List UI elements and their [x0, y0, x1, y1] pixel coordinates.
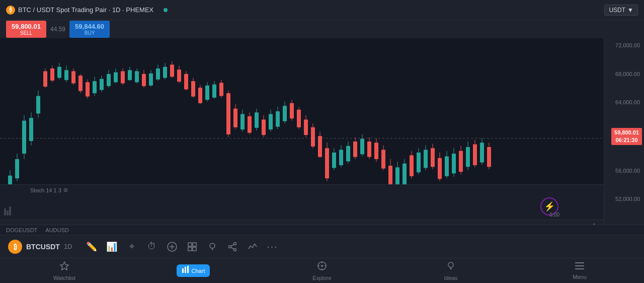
svg-rect-68 [233, 109, 237, 127]
chart-nav-icon [182, 265, 190, 276]
svg-rect-36 [121, 71, 125, 83]
price-axis: 72,000.00 68,000.00 64,000.00 59,800.01 … [604, 38, 644, 235]
svg-rect-30 [100, 79, 104, 90]
svg-rect-48 [163, 67, 167, 78]
ticker-audusd[interactable]: AUDUSD [45, 227, 68, 233]
svg-rect-12 [36, 96, 40, 114]
svg-rect-52 [177, 69, 181, 82]
svg-rect-10 [29, 118, 33, 141]
svg-rect-149 [193, 243, 196, 246]
chart-area[interactable]: 72,000.00 68,000.00 64,000.00 59,800.01 … [0, 38, 644, 235]
svg-rect-92 [318, 136, 322, 157]
svg-rect-44 [149, 74, 153, 86]
svg-rect-138 [480, 143, 484, 162]
svg-rect-124 [431, 148, 435, 167]
status-dot [164, 8, 168, 12]
svg-rect-148 [188, 243, 192, 246]
pair-interval: 1D [64, 243, 72, 250]
svg-rect-106 [367, 142, 371, 157]
svg-point-168 [321, 265, 323, 267]
svg-rect-108 [374, 143, 378, 159]
price-52k: 52,000.00 [604, 196, 644, 202]
svg-rect-102 [353, 142, 357, 157]
buy-button[interactable]: 59,844.60 BUY [69, 21, 110, 38]
svg-line-157 [231, 244, 234, 246]
currency-selector[interactable]: USDT ▼ [604, 5, 638, 16]
currency-label: USDT [609, 7, 625, 14]
svg-rect-164 [182, 268, 184, 273]
svg-rect-80 [276, 111, 280, 127]
svg-rect-86 [297, 110, 301, 127]
svg-rect-150 [188, 247, 192, 251]
share-tool-button[interactable] [223, 238, 242, 256]
svg-line-159 [249, 246, 251, 249]
depth-chart-button[interactable] [244, 238, 262, 256]
eye-off-icon[interactable]: ⊘ [63, 187, 68, 193]
svg-rect-62 [212, 85, 216, 98]
svg-rect-76 [262, 119, 266, 135]
sell-button[interactable]: 59,800.01 SELL [6, 21, 46, 38]
svg-rect-151 [193, 247, 196, 251]
explore-icon [317, 261, 327, 273]
menu-icon [575, 262, 585, 272]
stoch-label: Stoch 14 1 3 ⊘ [30, 187, 68, 193]
svg-rect-126 [438, 158, 442, 179]
nav-explore[interactable]: Explore [258, 258, 386, 283]
svg-rect-38 [128, 70, 132, 80]
svg-rect-46 [156, 68, 160, 80]
svg-rect-90 [311, 127, 315, 147]
svg-rect-20 [64, 70, 68, 80]
nav-ideas[interactable]: Ideas [386, 258, 515, 283]
ticker-dogeusdt[interactable]: DOGEUSDT [6, 227, 37, 233]
svg-line-160 [251, 246, 253, 248]
sell-label: SELL [11, 30, 41, 36]
watchlist-tickers-row: DOGEUSDT AUDUSD [0, 225, 644, 235]
svg-rect-64 [219, 83, 223, 96]
sell-price: 59,800.01 [12, 23, 41, 30]
svg-rect-72 [248, 116, 252, 133]
nav-chart[interactable]: Chart [129, 258, 258, 283]
svg-rect-26 [86, 82, 90, 96]
draw-tool-button[interactable]: ✏️ [83, 238, 101, 256]
svg-rect-56 [191, 81, 195, 97]
nav-chart-box: Chart [177, 264, 210, 277]
svg-rect-142 [4, 208, 6, 216]
svg-rect-144 [9, 206, 11, 216]
price-row: 59,800.01 SELL 44.59 59,844.60 BUY [0, 20, 644, 38]
svg-marker-163 [60, 262, 68, 270]
nav-watchlist-label: Watchlist [53, 275, 75, 281]
more-button[interactable]: ··· [264, 238, 282, 256]
svg-rect-60 [205, 86, 209, 100]
nav-menu[interactable]: Menu [515, 258, 644, 283]
svg-point-156 [233, 248, 236, 251]
svg-point-173 [448, 262, 453, 267]
svg-rect-114 [395, 167, 399, 186]
svg-rect-136 [473, 145, 477, 165]
svg-rect-74 [255, 112, 259, 128]
svg-rect-122 [424, 150, 428, 168]
svg-rect-96 [332, 153, 336, 168]
ideas-tool-button[interactable] [203, 238, 221, 256]
svg-rect-22 [71, 71, 75, 83]
svg-rect-50 [170, 64, 174, 77]
svg-rect-70 [240, 114, 245, 130]
svg-rect-14 [43, 71, 47, 87]
price-64k: 64,000.00 [604, 99, 644, 105]
svg-rect-98 [339, 150, 343, 165]
indicator-tool-button[interactable]: 📊 [103, 238, 121, 256]
svg-rect-143 [7, 210, 9, 216]
nav-menu-label: Menu [573, 274, 587, 280]
nav-chart-inner: Chart [177, 258, 210, 283]
svg-point-152 [210, 243, 215, 248]
svg-rect-118 [410, 155, 414, 176]
buy-label: BUY [74, 30, 105, 36]
svg-rect-166 [187, 266, 189, 273]
add-tool-button[interactable] [163, 238, 181, 256]
svg-rect-32 [107, 74, 111, 86]
svg-rect-66 [226, 93, 230, 134]
buy-price: 59,844.60 [75, 23, 104, 30]
nav-watchlist[interactable]: Watchlist [0, 258, 129, 283]
measure-tool-button[interactable]: ⌖ [123, 238, 141, 256]
replay-tool-button[interactable]: ⏱ [143, 238, 161, 256]
layout-tool-button[interactable] [183, 238, 201, 256]
